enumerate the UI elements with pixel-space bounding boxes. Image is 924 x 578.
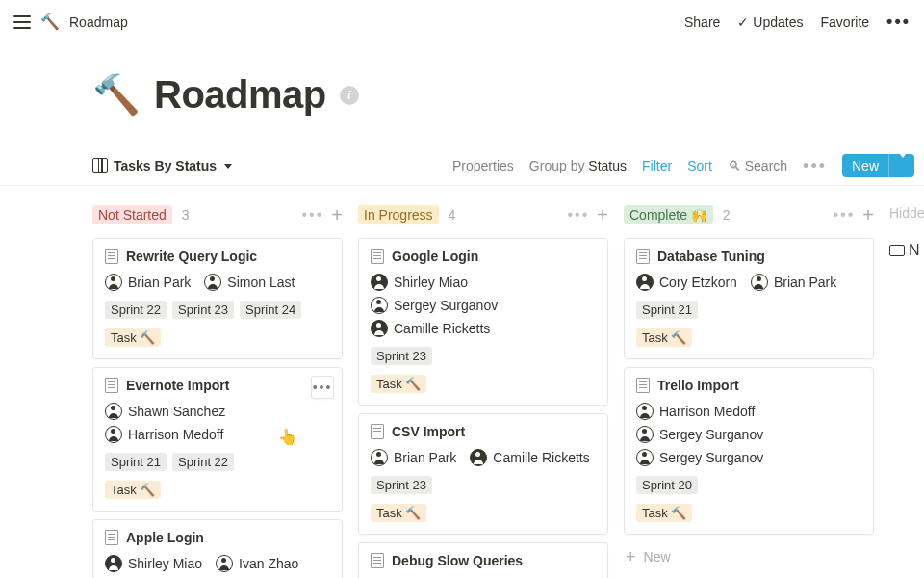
page-icon: [105, 530, 118, 545]
card-more-icon[interactable]: •••: [311, 376, 334, 399]
card-title: Google Login: [392, 249, 478, 264]
filter-button[interactable]: Filter: [642, 158, 672, 173]
share-button[interactable]: Share: [684, 14, 720, 30]
page-icon: [371, 424, 384, 439]
updates-label: Updates: [753, 14, 803, 30]
view-switcher[interactable]: Tasks By Status: [92, 158, 232, 173]
column-more-icon[interactable]: •••: [834, 206, 856, 223]
sprint-chip[interactable]: Sprint 21: [636, 301, 698, 319]
page-title[interactable]: Roadmap: [154, 73, 326, 117]
avatar-icon: [105, 403, 122, 420]
avatar-icon: [470, 449, 487, 466]
menu-toggle-icon[interactable]: [13, 15, 31, 29]
person: Camille Ricketts: [371, 320, 490, 337]
column-add-icon[interactable]: +: [331, 205, 343, 224]
info-icon[interactable]: i: [340, 86, 359, 105]
person: Shirley Miao: [371, 274, 468, 291]
card-title-row: Rewrite Query Logic: [105, 249, 330, 264]
sprint-chip[interactable]: Sprint 23: [371, 476, 432, 494]
page-icon: [636, 249, 650, 264]
column-add-icon[interactable]: +: [862, 205, 874, 224]
search-button[interactable]: 🔍︎ Search: [728, 158, 787, 173]
view-more-icon[interactable]: •••: [803, 156, 827, 176]
check-icon: ✓: [737, 14, 749, 30]
sprint-chip[interactable]: Sprint 22: [105, 301, 167, 319]
card[interactable]: Apple LoginShirley MiaoIvan Zhao: [92, 519, 343, 578]
sprint-chip[interactable]: Sprint 22: [172, 453, 234, 471]
column-label[interactable]: Not Started: [92, 205, 172, 224]
person-name: Brian Park: [774, 275, 836, 290]
person: Camille Ricketts: [470, 449, 589, 466]
inbox-icon: [889, 245, 905, 256]
card-title-row: Evernote Import: [105, 378, 330, 393]
updates-button[interactable]: ✓ Updates: [737, 14, 803, 30]
page-icon: [636, 378, 650, 393]
topbar-right: Share ✓ Updates Favorite •••: [684, 12, 911, 32]
card[interactable]: Trello ImportHarrison MedoffSergey Surga…: [624, 367, 874, 535]
card[interactable]: Rewrite Query LogicBrian ParkSimon LastS…: [92, 238, 343, 359]
more-menu-icon[interactable]: •••: [886, 12, 911, 32]
breadcrumb[interactable]: Roadmap: [69, 14, 128, 30]
card-title: Trello Import: [657, 378, 739, 393]
avatar-icon: [371, 297, 388, 314]
card-people: Shirley MiaoIvan Zhao: [105, 555, 330, 572]
page-icon[interactable]: 🔨: [92, 72, 141, 118]
card[interactable]: Database TuningCory EtzkornBrian ParkSpr…: [624, 238, 874, 359]
card-people: Cory EtzkornBrian Park: [636, 274, 861, 291]
column-add-icon[interactable]: +: [597, 205, 608, 224]
card[interactable]: Evernote Import•••👆Shawn SanchezHarrison…: [92, 367, 343, 512]
properties-button[interactable]: Properties: [452, 158, 514, 173]
person-name: Sergey Surganov: [659, 427, 763, 442]
new-card-label: New: [644, 549, 671, 565]
type-chip[interactable]: Task 🔨: [371, 375, 426, 393]
card[interactable]: Google LoginShirley MiaoSergey SurganovC…: [358, 238, 608, 406]
new-button-dropdown[interactable]: [888, 154, 914, 177]
card[interactable]: CSV ImportBrian ParkCamille RickettsSpri…: [358, 413, 608, 535]
sprint-chip[interactable]: Sprint 20: [636, 476, 698, 494]
sprint-chip[interactable]: Sprint 21: [105, 453, 167, 471]
person-name: Sergey Surganov: [659, 450, 763, 465]
type-chip[interactable]: Task 🔨: [105, 328, 161, 347]
card-type-row: Task 🔨: [371, 375, 596, 393]
person: Cory Etzkorn: [636, 274, 737, 291]
hidden-columns-label: Hidde: [889, 199, 924, 221]
board-icon: [92, 158, 108, 173]
column-actions: •••+: [834, 205, 875, 224]
column-label[interactable]: Complete 🙌: [624, 205, 713, 224]
sprint-chip[interactable]: Sprint 23: [371, 347, 432, 365]
sprint-chip[interactable]: Sprint 24: [240, 301, 301, 319]
avatar-icon: [371, 320, 388, 337]
column-actions: •••+: [302, 205, 344, 224]
new-button[interactable]: New: [842, 154, 914, 177]
type-chip[interactable]: Task 🔨: [636, 504, 692, 522]
column-more-icon[interactable]: •••: [302, 206, 324, 223]
person-name: Shawn Sanchez: [128, 404, 225, 419]
new-card-button[interactable]: +New: [624, 542, 874, 571]
avatar-icon: [216, 555, 233, 572]
person: Shawn Sanchez: [105, 403, 225, 420]
card-chips: Sprint 21: [636, 301, 861, 319]
page-icon: [105, 378, 118, 393]
groupby-button[interactable]: Group by Status: [529, 158, 627, 173]
card-chips: Sprint 20: [636, 476, 861, 494]
type-chip[interactable]: Task 🔨: [636, 328, 692, 347]
sprint-chip[interactable]: Sprint 23: [172, 301, 234, 319]
card-people: Shawn SanchezHarrison Medoff: [105, 403, 330, 443]
card[interactable]: Debug Slow QueriesLeslie Jensen: [358, 542, 608, 578]
hidden-columns[interactable]: HiddeN: [889, 199, 924, 578]
person-name: Shirley Miao: [394, 275, 468, 290]
column-label[interactable]: In Progress: [358, 205, 439, 224]
person-name: Cory Etzkorn: [659, 275, 737, 290]
type-chip[interactable]: Task 🔨: [105, 481, 161, 499]
person: Harrison Medoff: [636, 403, 755, 420]
inbox-item[interactable]: N: [889, 242, 924, 259]
column-count: 3: [182, 207, 190, 223]
card-people: Harrison MedoffSergey SurganovSergey Sur…: [636, 403, 861, 466]
page-icon: [105, 249, 118, 264]
column-more-icon[interactable]: •••: [568, 206, 590, 223]
type-chip[interactable]: Task 🔨: [371, 504, 426, 522]
favorite-button[interactable]: Favorite: [821, 14, 870, 30]
card-people: Brian ParkCamille Ricketts: [371, 449, 596, 466]
person: Brian Park: [751, 274, 836, 291]
sort-button[interactable]: Sort: [687, 158, 712, 173]
